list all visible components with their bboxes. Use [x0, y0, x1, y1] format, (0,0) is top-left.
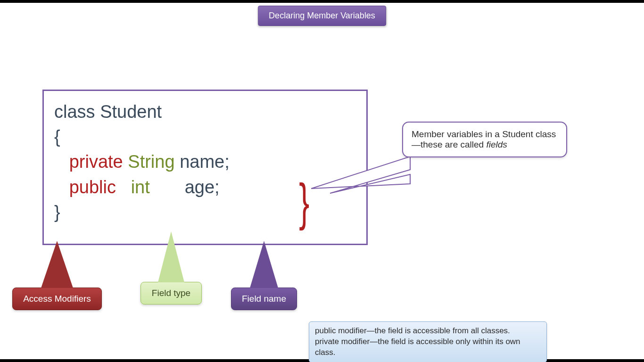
brace-open: { [54, 124, 356, 149]
callout-italic: fields [486, 140, 507, 149]
info-line-2: private modifier—the field is accessible… [315, 337, 541, 358]
field1-type: String [128, 152, 174, 172]
callout-text: Member variables in a Student class—thes… [412, 129, 556, 149]
curly-brace-icon: } [299, 172, 309, 231]
class-keyword: class [54, 102, 100, 122]
label-access-modifiers: Access Modifiers [12, 288, 102, 310]
brace-close: } [54, 200, 356, 225]
field-line-2: public int age; [54, 175, 356, 200]
field2-name: age; [185, 177, 220, 197]
field1-modifier: private [69, 152, 123, 172]
field2-modifier: public [69, 177, 116, 197]
field-line-1: private String name; [54, 149, 356, 174]
label-field-name: Field name [231, 288, 297, 310]
label-field-type: Field type [140, 282, 202, 304]
field1-name: name; [180, 152, 230, 172]
top-border [0, 0, 644, 3]
code-class-decl: class Student [54, 99, 356, 124]
class-name: Student [100, 102, 162, 122]
member-callout: Member variables in a Student class—thes… [402, 122, 567, 157]
code-box: class Student { private String name; pub… [42, 90, 368, 245]
info-line-1: public modifier—the field is accessible … [315, 326, 541, 337]
field2-type: int [131, 177, 150, 197]
title-banner: Declaring Member Variables [258, 6, 386, 26]
modifier-info-box: public modifier—the field is accessible … [309, 321, 547, 362]
